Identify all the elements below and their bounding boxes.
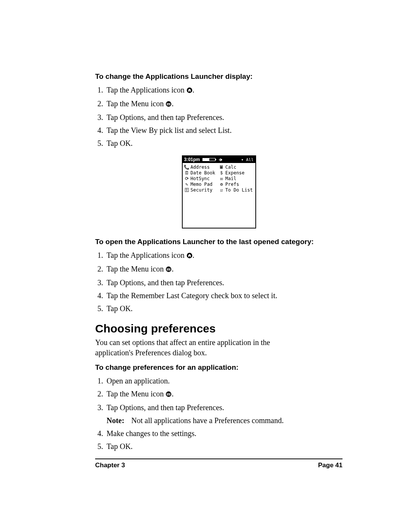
step-4: Tap the Remember Last Category check box… [105,290,342,301]
dollar-icon: ＄ [219,170,224,176]
step-2: Tap the Menu icon . [105,388,342,400]
step-5: Tap OK. [105,441,342,452]
step-5: Tap OK. [105,303,342,314]
step-5: Tap OK. [105,138,342,149]
sliders-icon: ⚙ [219,182,224,187]
palm-app-label: To Do List [225,187,253,193]
palm-left-column: 📞Address 🗓Date Book ⟳HotSync ✎Memo Pad ⚿… [184,165,219,226]
palm-app-calc[interactable]: 🖩Calc [219,165,254,170]
palm-app-label: Calc [225,165,236,170]
step-text-end: . [172,99,174,108]
check-icon: ☑ [219,187,224,193]
palm-app-expense[interactable]: ＄Expense [219,170,254,176]
heading-change-launcher-display: To change the Applications Launcher disp… [95,72,342,81]
step-4: Tap the View By pick list and select Lis… [105,125,342,136]
menu-icon [166,264,172,275]
palm-launcher-screenshot: 3:01pm 🕩 ▾ All 📞Address 🗓Date Book ⟳HotS… [182,155,256,228]
palm-app-label: Date Book [191,170,215,176]
palm-app-prefs[interactable]: ⚙Prefs [219,182,254,187]
step-3: Tap Options, and then tap Preferences. [105,277,342,288]
speaker-icon: 🕩 [218,157,223,162]
menu-icon [166,389,172,400]
step-text: Tap the Menu icon [107,390,166,398]
step-text: Tap the Menu icon [107,99,166,108]
palm-app-memopad[interactable]: ✎Memo Pad [184,182,219,187]
step-text-end: . [193,251,194,259]
note-label: Note: [107,415,129,426]
step-1: Open an application. [105,375,342,386]
step-text: Tap the Menu icon [107,265,166,273]
step-4: Make changes to the settings. [105,428,342,439]
step-1: Tap the Applications icon . [105,250,342,261]
palm-time: 3:01pm [184,157,200,162]
step-1: Tap the Applications icon . [105,85,342,96]
palm-app-label: Expense [225,170,245,176]
steps-change-launcher-display: Tap the Applications icon . Tap the Menu… [95,85,342,149]
palm-app-mail[interactable]: ✉Mail [219,176,254,182]
palm-app-label: Address [191,165,210,170]
sync-icon: ⟳ [184,176,190,182]
step-2: Tap the Menu icon . [105,264,342,275]
heading-change-preferences: To change preferences for an application… [95,363,342,372]
palm-titlebar: 3:01pm 🕩 ▾ All [183,156,255,163]
note-row: Note: Not all applications have a Prefer… [107,415,342,426]
palm-app-label: HotSync [191,176,210,182]
intro-text: You can set options that affect an entir… [95,337,285,358]
palm-app-label: Memo Pad [191,182,213,187]
mail-icon: ✉ [219,176,224,182]
step-text: Tap Options, and then tap Preferences. [107,403,224,412]
applications-icon [186,85,193,96]
palm-app-label: Security [191,187,213,193]
section-title-choosing-preferences: Choosing preferences [95,322,342,335]
key-icon: ⚿ [184,187,190,193]
note-text: Not all applications have a Preferences … [131,416,284,425]
memo-icon: ✎ [184,182,190,187]
page-footer: Chapter 3 Page 41 [95,462,342,469]
palm-right-column: 🖩Calc ＄Expense ✉Mail ⚙Prefs ☑To Do List [219,165,254,226]
menu-icon [166,99,172,110]
step-text-end: . [193,86,194,94]
heading-open-last-category: To open the Applications Launcher to the… [95,238,342,246]
footer-chapter: Chapter 3 [95,462,125,469]
footer-page: Page 41 [318,462,342,469]
applications-icon [186,251,193,261]
battery-icon [202,158,215,161]
palm-app-security[interactable]: ⚿Security [184,187,219,193]
footer-rule [95,459,342,459]
palm-app-hotsync[interactable]: ⟳HotSync [184,176,219,182]
palm-app-label: Prefs [225,182,239,187]
step-3: Tap Options, and then tap Preferences. N… [105,402,342,426]
palm-app-todolist[interactable]: ☑To Do List [219,187,254,193]
step-2: Tap the Menu icon . [105,98,342,110]
step-text-end: . [172,390,174,398]
palm-category-dropdown[interactable]: ▾ All [241,157,253,162]
palm-app-address[interactable]: 📞Address [184,165,219,170]
steps-open-last-category: Tap the Applications icon . Tap the Menu… [95,250,342,314]
calculator-icon: 🖩 [219,165,224,170]
calendar-icon: 🗓 [184,170,190,176]
palm-app-datebook[interactable]: 🗓Date Book [184,170,219,176]
step-3: Tap Options, and then tap Preferences. [105,112,342,123]
palm-app-label: Mail [225,176,236,182]
phone-icon: 📞 [184,165,190,170]
steps-change-preferences: Open an application. Tap the Menu icon .… [95,375,342,452]
step-text: Tap the Applications icon [107,251,186,259]
step-text-end: . [172,265,174,273]
step-text: Tap the Applications icon [107,86,186,94]
